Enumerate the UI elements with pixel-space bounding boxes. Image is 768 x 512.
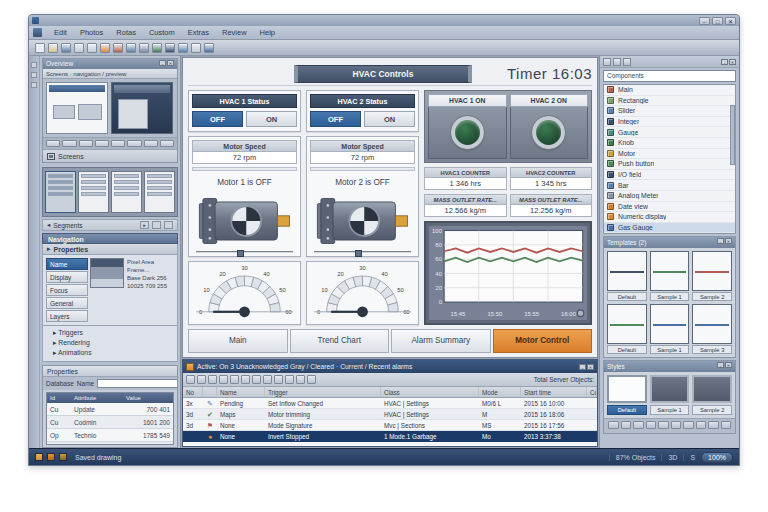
alarm-close-button[interactable]: ✕ [587, 364, 594, 370]
styles-minimize-button[interactable]: – [717, 362, 724, 368]
alarm-column-header[interactable]: Start time [521, 387, 587, 397]
alarm-minimize-button[interactable]: – [579, 364, 586, 370]
hmi-title[interactable]: HVAC Controls [294, 65, 472, 83]
close-button[interactable]: ✕ [725, 17, 736, 25]
panel-minimize-button[interactable]: – [159, 60, 166, 66]
alarm-column-header[interactable]: Name [217, 387, 265, 397]
menu-help[interactable]: Help [254, 27, 281, 38]
menu-rotas[interactable]: Rotas [110, 27, 142, 38]
toolbox-item-numeric-display[interactable]: Numeric display [604, 212, 735, 223]
toolbox-item-bar[interactable]: Bar [604, 180, 735, 191]
prop-section-animations[interactable]: ▸ Animations [53, 348, 174, 358]
preview-button[interactable] [79, 140, 93, 147]
style-item[interactable]: Sample 2 [692, 375, 732, 415]
alarm-tool-icon[interactable] [274, 375, 283, 384]
run-icon[interactable] [152, 43, 162, 53]
alarm-column-header[interactable]: Class [381, 387, 479, 397]
hvac1-power-button[interactable] [428, 107, 507, 159]
menu-extras[interactable]: Extras [182, 27, 215, 38]
toolbox-tool-icon[interactable] [623, 58, 631, 66]
toolbox-tool-icon[interactable] [613, 58, 621, 66]
chevron-right-icon[interactable]: ▸ [140, 221, 149, 229]
grid-icon[interactable] [191, 43, 201, 53]
stop-icon[interactable] [165, 43, 175, 53]
segment-tool-icon[interactable] [164, 221, 173, 229]
object-row[interactable]: OpTechnio1785 549 [47, 429, 173, 442]
rail-tab[interactable] [31, 62, 37, 68]
screen-thumbnail[interactable] [144, 171, 175, 213]
alarm-panel-titlebar[interactable]: Active: On 3 Unacknowledged Gray / Clear… [183, 360, 597, 373]
alarm-column-header[interactable]: Mode [479, 387, 521, 397]
template-item[interactable]: Sample 1 [650, 251, 690, 301]
alarm-tool-icon[interactable] [296, 375, 305, 384]
panel-close-button[interactable]: ✕ [167, 60, 174, 66]
help-icon[interactable] [204, 43, 214, 53]
template-item[interactable]: Sample 1 [650, 304, 690, 354]
toolbox-item-analog-meter[interactable]: Analog Meter [604, 191, 735, 202]
templates-minimize-button[interactable]: – [717, 238, 724, 244]
rail-tab[interactable] [31, 72, 37, 78]
menu-photos[interactable]: Photos [74, 27, 109, 38]
alarm-column-header[interactable]: No [183, 387, 203, 397]
nav-motor-control[interactable]: Motor Control [493, 329, 593, 353]
copy-icon[interactable] [100, 43, 110, 53]
toolbox-item-slider[interactable]: Slider [604, 106, 735, 117]
nav-trend-chart[interactable]: Trend Chart [290, 329, 390, 353]
style-tool-icon[interactable] [608, 421, 619, 429]
toolbox-item-i-o-field[interactable]: I/O field [604, 170, 735, 181]
alarm-tool-icon[interactable] [219, 375, 228, 384]
chevron-left-icon[interactable]: ◂ [47, 221, 50, 229]
toolbox-item-gas-gauge[interactable]: Gas Gauge [604, 223, 735, 234]
menu-review[interactable]: Review [216, 27, 253, 38]
open-icon[interactable] [48, 43, 58, 53]
alarm-column-header[interactable]: Trigger [265, 387, 381, 397]
prop-tab-name[interactable]: Name [46, 258, 88, 270]
toolbox-minimize-button[interactable]: – [721, 59, 728, 65]
preview-button[interactable] [62, 140, 76, 147]
screen-thumbnail[interactable] [111, 171, 142, 213]
alarm-tool-icon[interactable] [252, 375, 261, 384]
window-titlebar[interactable]: – □ ✕ [29, 15, 739, 26]
toolbox-item-date-view[interactable]: Date view [604, 202, 735, 213]
undo-icon[interactable] [126, 43, 136, 53]
template-item[interactable]: Sample 2 [692, 251, 732, 301]
screen-thumbnail[interactable] [78, 171, 109, 213]
template-item[interactable]: Sample 3 [692, 304, 732, 354]
toolbox-item-motor[interactable]: Motor [604, 149, 735, 160]
alarm-row[interactable]: ●NoneInvert Stopped1 Mode.1 GarbageMo201… [183, 431, 597, 442]
preview-button[interactable] [160, 140, 174, 147]
toolbox-tool-icon[interactable] [603, 58, 611, 66]
screen-preview-light[interactable] [46, 82, 108, 134]
templates-close-button[interactable]: ✕ [725, 238, 732, 244]
prop-section-rendering[interactable]: ▸ Rendering [53, 338, 174, 348]
templates-header[interactable]: Templates (2) – ✕ [604, 237, 735, 248]
segment-tool-icon[interactable] [152, 221, 161, 229]
motor-slider[interactable] [196, 249, 293, 254]
preview-button[interactable] [46, 140, 60, 147]
toolbox-item-gauge[interactable]: Gauge [604, 127, 735, 138]
style-tool-icon[interactable] [658, 421, 669, 429]
nav-alarm-summary[interactable]: Alarm Summary [391, 329, 491, 353]
toolbox-item-integer[interactable]: Integer [604, 117, 735, 128]
menu-custom[interactable]: Custom [143, 27, 181, 38]
style-tool-icon[interactable] [671, 421, 682, 429]
alarm-tool-icon[interactable] [197, 375, 206, 384]
preview-button[interactable] [111, 140, 125, 147]
prop-section-triggers[interactable]: ▸ Triggers [53, 328, 174, 338]
paste-icon[interactable] [113, 43, 123, 53]
template-item[interactable]: Default [607, 304, 647, 354]
save-icon[interactable] [61, 43, 71, 53]
style-tool-icon[interactable] [683, 421, 694, 429]
object-row[interactable]: CoBetoao1051 144 [47, 442, 173, 445]
template-item[interactable]: Default [607, 251, 647, 301]
motor-slider[interactable] [314, 249, 411, 254]
prop-tab-display[interactable]: Display [46, 271, 88, 283]
styles-close-button[interactable]: ✕ [725, 362, 732, 368]
style-item[interactable]: Sample 1 [650, 375, 690, 415]
style-tool-icon[interactable] [708, 421, 719, 429]
object-row[interactable]: CuCodmin1601 200 [47, 416, 173, 429]
alarm-tool-icon[interactable] [285, 375, 294, 384]
alarm-tool-icon[interactable] [230, 375, 239, 384]
rail-tab[interactable] [31, 82, 37, 88]
style-tool-icon[interactable] [646, 421, 657, 429]
